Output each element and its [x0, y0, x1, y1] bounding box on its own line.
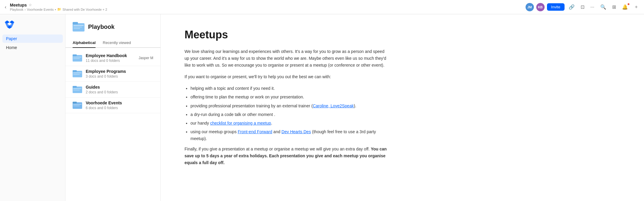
- link-icon[interactable]: 🔗: [567, 3, 576, 11]
- svg-rect-23: [73, 102, 77, 103]
- sidebar-nav: Paper Home: [0, 34, 65, 52]
- sidebar: Paper Home: [0, 14, 65, 201]
- svg-rect-6: [73, 22, 78, 24]
- checklist-link[interactable]: checklist for organising a meetup: [210, 121, 271, 125]
- folder-item-employee-handbook[interactable]: Employee Handbook 11 docs and 0 folders …: [65, 50, 160, 66]
- notification-icon[interactable]: 🔔: [620, 3, 630, 11]
- bullet-5: our handy checklist for organising a mee…: [190, 120, 387, 127]
- sidebar-item-paper[interactable]: Paper: [2, 34, 63, 43]
- topbar-title-area: Meetups ☆ Playbook › Voorhoede Events • …: [10, 3, 107, 11]
- folder-panel-header: Playbook: [65, 21, 160, 38]
- invite-button[interactable]: Invite: [547, 3, 565, 11]
- topbar: ‹ Meetups ☆ Playbook › Voorhoede Events …: [0, 0, 644, 14]
- svg-rect-8: [74, 27, 82, 27]
- svg-rect-21: [73, 90, 80, 90]
- bullet-1: helping with a topic and content if you …: [190, 85, 387, 92]
- topbar-right: JM KB Invite 🔗 ⊡ ··· 🔍 ⊞ 🔔 ＋: [526, 3, 640, 11]
- folder-item-guides[interactable]: Guides 2 docs and 0 folders: [65, 82, 160, 98]
- shared-label: Shared with De Voorhoede + 2: [62, 8, 107, 11]
- topbar-left: ‹ Meetups ☆ Playbook › Voorhoede Events …: [4, 3, 523, 11]
- bullet-3: providing professional presentation trai…: [190, 103, 387, 109]
- folder-meta-programs: 3 docs and 0 folders: [86, 74, 153, 78]
- folder-tabs: Alphabetical Recently viewed: [65, 38, 160, 48]
- bullet-1-text: helping with a topic and content if you …: [190, 86, 275, 91]
- sidebar-logo: [0, 19, 65, 34]
- grid-icon[interactable]: ⊞: [610, 3, 618, 11]
- svg-rect-9: [74, 28, 80, 29]
- folder-name-guides: Guides: [86, 85, 153, 89]
- svg-rect-12: [73, 57, 82, 57]
- bullet-6: using our meetup groups Front-end Forwar…: [190, 128, 387, 142]
- folder-item-info-guides: Guides 2 docs and 0 folders: [86, 85, 153, 94]
- folder-meta-events: 6 docs and 0 folders: [86, 106, 153, 110]
- folder-item-voorhoede-events[interactable]: Voorhoede Events 6 docs and 0 folders: [65, 98, 160, 113]
- document-title: Meetups: [185, 29, 620, 41]
- folder-meta-guides: 2 docs and 0 folders: [86, 90, 153, 94]
- caroline-link[interactable]: Caroline, Love2Speak: [313, 103, 354, 108]
- folder-icon-events: [73, 101, 82, 109]
- more-icon[interactable]: ···: [589, 3, 596, 11]
- dev-hearts-link[interactable]: Dev Hearts Des: [282, 129, 311, 134]
- folder-item-info-events: Voorhoede Events 6 docs and 0 folders: [86, 100, 153, 110]
- tab-alphabetical[interactable]: Alphabetical: [73, 38, 96, 48]
- sidebar-item-home[interactable]: Home: [2, 43, 63, 52]
- folder-item-info-programs: Employee Programs 3 docs and 0 folders: [86, 69, 153, 78]
- folder-meta-handbook: 11 docs and 0 folders: [86, 59, 135, 63]
- paragraph-2: If you want to organise or present, we'l…: [185, 73, 387, 80]
- svg-rect-15: [73, 70, 77, 72]
- frontend-forward-link[interactable]: Front-end Forward: [238, 129, 272, 134]
- topbar-title: Meetups ☆: [10, 3, 107, 7]
- final-paragraph-text: Finally, if you give a presentation at a…: [185, 147, 370, 151]
- svg-rect-25: [73, 106, 80, 106]
- bullet-4: a dry-run during a code talk or other mo…: [190, 111, 387, 118]
- notification-badge: [627, 3, 630, 5]
- svg-rect-20: [73, 88, 82, 89]
- add-icon[interactable]: ＋: [632, 3, 640, 11]
- bullet-2: offering time to plan the meetup or work…: [190, 94, 387, 100]
- svg-rect-24: [73, 104, 82, 105]
- svg-rect-11: [73, 54, 77, 56]
- breadcrumb-separator2: •: [55, 8, 56, 11]
- star-icon[interactable]: ☆: [29, 3, 32, 7]
- document-body: We love sharing our learnings and experi…: [185, 48, 387, 166]
- folder-item-employee-programs[interactable]: Employee Programs 3 docs and 0 folders: [65, 66, 160, 82]
- playbook-folder-icon: [73, 21, 85, 32]
- shared-folder-icon: 📁: [57, 7, 61, 11]
- folder-name-events: Voorhoede Events: [86, 100, 153, 105]
- final-paragraph: Finally, if you give a presentation at a…: [185, 146, 387, 166]
- folder-icon-handbook: [73, 54, 82, 62]
- bullet-4-text: a dry-run during a code talk or other mo…: [190, 112, 275, 117]
- folder-icon-guides: [73, 85, 82, 94]
- tab-recently-viewed[interactable]: Recently viewed: [103, 38, 131, 48]
- playbook-title: Playbook: [88, 23, 115, 30]
- svg-rect-7: [74, 25, 84, 26]
- main-layout: Paper Home Playbook Alphabetical Recentl…: [0, 14, 644, 201]
- folder-item-info-handbook: Employee Handbook 11 docs and 0 folders: [86, 53, 135, 63]
- svg-rect-17: [73, 74, 80, 75]
- bullet-list: helping with a topic and content if you …: [190, 85, 387, 142]
- svg-rect-16: [73, 73, 82, 73]
- breadcrumb-separator: ›: [25, 8, 26, 11]
- svg-rect-13: [73, 58, 80, 59]
- folder-user-handbook: Jasper M: [139, 56, 153, 60]
- folder-icon-programs: [73, 70, 82, 78]
- paragraph-1: We love sharing our learnings and experi…: [185, 48, 387, 69]
- breadcrumb-playbook[interactable]: Playbook: [10, 8, 23, 11]
- folder-name-programs: Employee Programs: [86, 69, 153, 74]
- layout-icon[interactable]: ⊡: [579, 3, 586, 11]
- breadcrumb-events[interactable]: Voorhoede Events: [27, 8, 54, 11]
- search-icon[interactable]: 🔍: [598, 3, 608, 11]
- avatar-jm[interactable]: JM: [526, 3, 534, 11]
- document-title-text: Meetups: [10, 3, 27, 7]
- folder-panel: Playbook Alphabetical Recently viewed Em…: [65, 14, 161, 201]
- back-button[interactable]: ‹: [4, 3, 7, 11]
- bullet-2-text: offering time to plan the meetup or work…: [190, 95, 304, 99]
- document-content: Meetups We love sharing our learnings an…: [161, 14, 644, 201]
- svg-rect-19: [73, 86, 77, 88]
- folder-list: Employee Handbook 11 docs and 0 folders …: [65, 48, 160, 201]
- avatar-kb[interactable]: KB: [536, 3, 545, 11]
- breadcrumb: Playbook › Voorhoede Events • 📁 Shared w…: [10, 7, 107, 11]
- dropbox-logo-icon: [5, 19, 14, 29]
- folder-name-handbook: Employee Handbook: [86, 53, 135, 58]
